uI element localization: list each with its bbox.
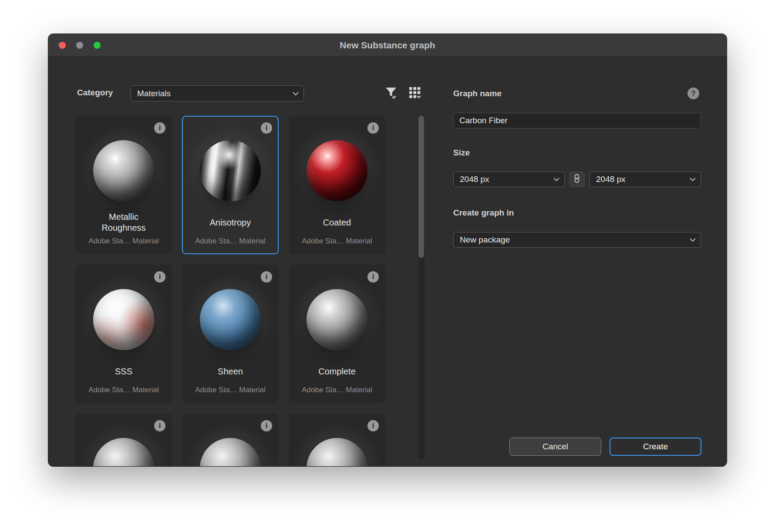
info-icon[interactable]: i bbox=[367, 271, 379, 283]
card-subtitle: Adobe Sta… Material bbox=[290, 386, 384, 402]
scrollbar[interactable] bbox=[418, 116, 425, 459]
material-sphere-preview bbox=[93, 438, 154, 467]
category-select-value: Materials bbox=[137, 89, 171, 98]
info-icon-glyph: i bbox=[159, 421, 161, 430]
card-title: Anisotropy bbox=[183, 208, 278, 237]
minimize-button[interactable] bbox=[76, 42, 83, 49]
link-size-button[interactable] bbox=[569, 172, 585, 187]
scrollbar-thumb[interactable] bbox=[418, 116, 424, 258]
info-icon[interactable]: i bbox=[261, 122, 272, 134]
create-graph-in-label: Create graph in bbox=[453, 208, 514, 218]
link-icon bbox=[573, 173, 581, 185]
material-card[interactable]: i bbox=[75, 414, 172, 467]
info-icon-glyph: i bbox=[372, 421, 374, 430]
thumbnail-size-button[interactable] bbox=[406, 85, 423, 101]
info-icon-glyph: i bbox=[159, 273, 161, 281]
size-width-select[interactable]: 2048 px bbox=[453, 172, 565, 187]
card-title: Coated bbox=[290, 208, 384, 237]
material-card[interactable]: i bbox=[289, 414, 385, 467]
graph-name-input[interactable] bbox=[453, 113, 701, 128]
chevron-down-icon bbox=[553, 177, 560, 182]
size-height-value: 2048 px bbox=[596, 175, 626, 184]
info-icon[interactable]: i bbox=[154, 271, 165, 283]
create-in-select[interactable]: New package bbox=[453, 232, 701, 248]
create-button[interactable]: Create bbox=[610, 438, 701, 456]
filter-button[interactable] bbox=[383, 85, 399, 101]
filter-icon bbox=[384, 85, 398, 101]
zoom-button[interactable] bbox=[94, 42, 101, 49]
category-label: Category bbox=[77, 88, 113, 98]
help-icon[interactable]: ? bbox=[687, 88, 699, 99]
info-icon-glyph: i bbox=[372, 273, 374, 281]
material-card[interactable]: i Metallic Roughness Adobe Sta… Material bbox=[75, 116, 172, 254]
material-card[interactable]: i SSS Adobe Sta… Material bbox=[75, 265, 172, 403]
material-sphere-preview bbox=[307, 289, 367, 350]
material-card[interactable]: i Sheen Adobe Sta… Material bbox=[182, 265, 279, 403]
close-button[interactable] bbox=[59, 42, 66, 49]
info-icon[interactable]: i bbox=[261, 420, 272, 431]
category-select[interactable]: Materials bbox=[131, 85, 304, 101]
card-subtitle: Adobe Sta… Material bbox=[183, 386, 278, 402]
window-titlebar: New Substance graph bbox=[48, 34, 727, 57]
material-sphere-preview bbox=[200, 140, 261, 201]
material-card[interactable]: i Anisotropy Adobe Sta… Material bbox=[182, 116, 279, 254]
grid-icon bbox=[408, 85, 421, 101]
info-icon-glyph: i bbox=[266, 273, 268, 281]
chevron-down-icon bbox=[292, 91, 299, 96]
info-icon[interactable]: i bbox=[261, 271, 272, 283]
info-icon[interactable]: i bbox=[154, 420, 165, 431]
info-icon[interactable]: i bbox=[367, 122, 379, 134]
graph-name-label: Graph name bbox=[453, 89, 502, 98]
card-subtitle: Adobe Sta… Material bbox=[183, 237, 278, 253]
size-label: Size bbox=[453, 148, 470, 158]
card-title: SSS bbox=[76, 357, 171, 386]
size-height-select[interactable]: 2048 px bbox=[590, 172, 701, 187]
card-subtitle: Adobe Sta… Material bbox=[290, 237, 384, 253]
card-title: Metallic Roughness bbox=[76, 208, 171, 237]
cancel-button[interactable]: Cancel bbox=[509, 438, 601, 456]
material-card[interactable]: i bbox=[182, 414, 279, 467]
info-icon-glyph: i bbox=[266, 421, 268, 430]
material-sphere-preview bbox=[307, 438, 367, 467]
chevron-down-icon bbox=[689, 238, 696, 242]
card-subtitle: Adobe Sta… Material bbox=[76, 237, 171, 253]
info-icon-glyph: i bbox=[266, 124, 268, 132]
material-sphere-preview bbox=[200, 438, 261, 467]
material-grid: i Metallic Roughness Adobe Sta… Material… bbox=[75, 116, 387, 467]
material-sphere-preview bbox=[93, 289, 154, 350]
info-icon-glyph: i bbox=[159, 124, 161, 132]
window-title: New Substance graph bbox=[48, 40, 727, 51]
material-card[interactable]: i Complete Adobe Sta… Material bbox=[289, 265, 385, 403]
info-icon[interactable]: i bbox=[154, 122, 165, 134]
card-title: Sheen bbox=[183, 357, 278, 386]
card-subtitle: Adobe Sta… Material bbox=[76, 386, 171, 402]
material-sphere-preview bbox=[93, 140, 154, 201]
traffic-lights bbox=[48, 34, 101, 57]
material-sphere-preview bbox=[307, 140, 367, 201]
material-sphere-preview bbox=[200, 289, 261, 350]
info-icon[interactable]: i bbox=[367, 420, 379, 431]
card-title: Complete bbox=[290, 357, 384, 386]
info-icon-glyph: i bbox=[372, 124, 374, 132]
material-card[interactable]: i Coated Adobe Sta… Material bbox=[289, 116, 385, 254]
create-in-value: New package bbox=[460, 235, 510, 245]
size-width-value: 2048 px bbox=[460, 175, 489, 184]
new-substance-graph-dialog: New Substance graph Category Materials bbox=[48, 34, 727, 467]
chevron-down-icon bbox=[689, 177, 696, 182]
